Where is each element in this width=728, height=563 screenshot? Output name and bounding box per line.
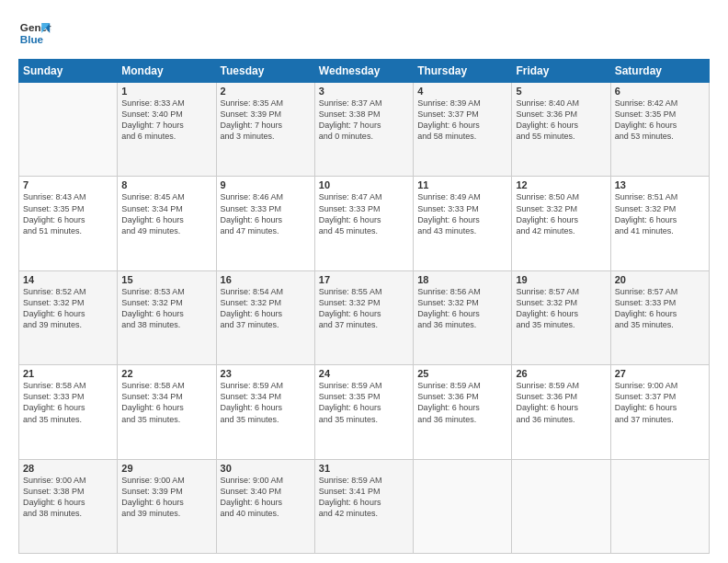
day-detail: Sunrise: 8:47 AM Sunset: 3:33 PM Dayligh… bbox=[319, 191, 409, 236]
day-detail: Sunrise: 8:59 AM Sunset: 3:36 PM Dayligh… bbox=[516, 380, 606, 425]
day-number: 26 bbox=[516, 368, 606, 379]
calendar-cell: 7Sunrise: 8:43 AM Sunset: 3:35 PM Daylig… bbox=[19, 177, 118, 270]
calendar-cell: 24Sunrise: 8:59 AM Sunset: 3:35 PM Dayli… bbox=[314, 365, 413, 459]
calendar-cell: 23Sunrise: 8:59 AM Sunset: 3:34 PM Dayli… bbox=[216, 365, 314, 459]
day-number: 3 bbox=[319, 86, 409, 97]
calendar-cell: 10Sunrise: 8:47 AM Sunset: 3:33 PM Dayli… bbox=[314, 177, 413, 270]
day-number: 23 bbox=[221, 368, 311, 379]
day-number: 27 bbox=[615, 368, 705, 379]
day-detail: Sunrise: 8:56 AM Sunset: 3:32 PM Dayligh… bbox=[417, 286, 507, 331]
day-detail: Sunrise: 8:49 AM Sunset: 3:33 PM Dayligh… bbox=[417, 191, 507, 236]
calendar-cell: 19Sunrise: 8:57 AM Sunset: 3:32 PM Dayli… bbox=[512, 270, 610, 364]
day-number: 9 bbox=[221, 179, 311, 190]
calendar-cell: 6Sunrise: 8:42 AM Sunset: 3:35 PM Daylig… bbox=[610, 83, 709, 177]
day-detail: Sunrise: 9:00 AM Sunset: 3:40 PM Dayligh… bbox=[221, 475, 311, 520]
calendar-cell: 20Sunrise: 8:57 AM Sunset: 3:33 PM Dayli… bbox=[610, 270, 709, 364]
logo: General Blue bbox=[18, 17, 51, 50]
day-detail: Sunrise: 8:51 AM Sunset: 3:32 PM Dayligh… bbox=[615, 191, 705, 236]
day-detail: Sunrise: 8:46 AM Sunset: 3:33 PM Dayligh… bbox=[221, 191, 311, 236]
calendar-cell bbox=[512, 459, 610, 553]
weekday-header: Monday bbox=[118, 60, 216, 83]
day-detail: Sunrise: 8:50 AM Sunset: 3:32 PM Dayligh… bbox=[516, 191, 606, 236]
day-number: 7 bbox=[23, 179, 113, 190]
weekday-header: Sunday bbox=[19, 60, 118, 83]
day-number: 13 bbox=[615, 179, 705, 190]
svg-text:Blue: Blue bbox=[20, 33, 44, 45]
calendar-cell: 9Sunrise: 8:46 AM Sunset: 3:33 PM Daylig… bbox=[216, 177, 314, 270]
day-number: 29 bbox=[121, 463, 211, 474]
day-number: 19 bbox=[516, 274, 606, 285]
day-detail: Sunrise: 8:53 AM Sunset: 3:32 PM Dayligh… bbox=[121, 286, 211, 331]
day-number: 11 bbox=[417, 179, 507, 190]
weekday-header: Thursday bbox=[414, 60, 512, 83]
day-detail: Sunrise: 8:45 AM Sunset: 3:34 PM Dayligh… bbox=[121, 191, 211, 236]
day-number: 12 bbox=[516, 179, 606, 190]
day-detail: Sunrise: 9:00 AM Sunset: 3:39 PM Dayligh… bbox=[121, 475, 211, 520]
calendar-cell: 1Sunrise: 8:33 AM Sunset: 3:40 PM Daylig… bbox=[118, 83, 216, 177]
day-detail: Sunrise: 8:43 AM Sunset: 3:35 PM Dayligh… bbox=[23, 191, 113, 236]
day-number: 5 bbox=[516, 86, 606, 97]
calendar-cell: 28Sunrise: 9:00 AM Sunset: 3:38 PM Dayli… bbox=[19, 459, 118, 553]
calendar-header-row: SundayMondayTuesdayWednesdayThursdayFrid… bbox=[19, 60, 710, 83]
day-detail: Sunrise: 8:58 AM Sunset: 3:34 PM Dayligh… bbox=[121, 380, 211, 425]
calendar-week-row: 14Sunrise: 8:52 AM Sunset: 3:32 PM Dayli… bbox=[19, 270, 710, 364]
day-number: 22 bbox=[121, 368, 211, 379]
calendar-page: General Blue SundayMondayTuesdayWednesda… bbox=[0, 0, 728, 563]
day-detail: Sunrise: 8:54 AM Sunset: 3:32 PM Dayligh… bbox=[221, 286, 311, 331]
day-detail: Sunrise: 8:40 AM Sunset: 3:36 PM Dayligh… bbox=[516, 98, 606, 143]
calendar-cell: 30Sunrise: 9:00 AM Sunset: 3:40 PM Dayli… bbox=[216, 459, 314, 553]
calendar-cell bbox=[414, 459, 512, 553]
calendar-week-row: 7Sunrise: 8:43 AM Sunset: 3:35 PM Daylig… bbox=[19, 177, 710, 270]
header: General Blue bbox=[18, 17, 710, 50]
day-detail: Sunrise: 8:55 AM Sunset: 3:32 PM Dayligh… bbox=[319, 286, 409, 331]
day-number: 16 bbox=[221, 274, 311, 285]
calendar-week-row: 1Sunrise: 8:33 AM Sunset: 3:40 PM Daylig… bbox=[19, 83, 710, 177]
day-detail: Sunrise: 8:52 AM Sunset: 3:32 PM Dayligh… bbox=[23, 286, 113, 331]
day-number: 24 bbox=[319, 368, 409, 379]
calendar-cell bbox=[19, 83, 118, 177]
calendar-cell: 14Sunrise: 8:52 AM Sunset: 3:32 PM Dayli… bbox=[19, 270, 118, 364]
calendar-cell: 18Sunrise: 8:56 AM Sunset: 3:32 PM Dayli… bbox=[414, 270, 512, 364]
calendar-week-row: 28Sunrise: 9:00 AM Sunset: 3:38 PM Dayli… bbox=[19, 459, 710, 553]
day-detail: Sunrise: 9:00 AM Sunset: 3:37 PM Dayligh… bbox=[615, 380, 705, 425]
day-detail: Sunrise: 8:57 AM Sunset: 3:32 PM Dayligh… bbox=[516, 286, 606, 331]
calendar-cell: 29Sunrise: 9:00 AM Sunset: 3:39 PM Dayli… bbox=[118, 459, 216, 553]
weekday-header: Saturday bbox=[610, 60, 709, 83]
day-number: 21 bbox=[23, 368, 113, 379]
day-number: 18 bbox=[417, 274, 507, 285]
calendar-cell: 8Sunrise: 8:45 AM Sunset: 3:34 PM Daylig… bbox=[118, 177, 216, 270]
calendar-cell: 12Sunrise: 8:50 AM Sunset: 3:32 PM Dayli… bbox=[512, 177, 610, 270]
calendar-cell: 2Sunrise: 8:35 AM Sunset: 3:39 PM Daylig… bbox=[216, 83, 314, 177]
day-detail: Sunrise: 9:00 AM Sunset: 3:38 PM Dayligh… bbox=[23, 475, 113, 520]
calendar-cell: 3Sunrise: 8:37 AM Sunset: 3:38 PM Daylig… bbox=[314, 83, 413, 177]
day-number: 28 bbox=[23, 463, 113, 474]
calendar-cell: 5Sunrise: 8:40 AM Sunset: 3:36 PM Daylig… bbox=[512, 83, 610, 177]
day-number: 8 bbox=[121, 179, 211, 190]
calendar-table: SundayMondayTuesdayWednesdayThursdayFrid… bbox=[18, 59, 710, 554]
calendar-cell: 22Sunrise: 8:58 AM Sunset: 3:34 PM Dayli… bbox=[118, 365, 216, 459]
day-detail: Sunrise: 8:58 AM Sunset: 3:33 PM Dayligh… bbox=[23, 380, 113, 425]
day-number: 10 bbox=[319, 179, 409, 190]
weekday-header: Friday bbox=[512, 60, 610, 83]
logo-icon: General Blue bbox=[18, 17, 51, 50]
weekday-header: Wednesday bbox=[314, 60, 413, 83]
day-detail: Sunrise: 8:57 AM Sunset: 3:33 PM Dayligh… bbox=[615, 286, 705, 331]
day-number: 4 bbox=[417, 86, 507, 97]
calendar-cell: 31Sunrise: 8:59 AM Sunset: 3:41 PM Dayli… bbox=[314, 459, 413, 553]
day-number: 2 bbox=[221, 86, 311, 97]
calendar-cell: 16Sunrise: 8:54 AM Sunset: 3:32 PM Dayli… bbox=[216, 270, 314, 364]
calendar-cell: 17Sunrise: 8:55 AM Sunset: 3:32 PM Dayli… bbox=[314, 270, 413, 364]
day-detail: Sunrise: 8:59 AM Sunset: 3:35 PM Dayligh… bbox=[319, 380, 409, 425]
calendar-cell: 27Sunrise: 9:00 AM Sunset: 3:37 PM Dayli… bbox=[610, 365, 709, 459]
calendar-cell: 25Sunrise: 8:59 AM Sunset: 3:36 PM Dayli… bbox=[414, 365, 512, 459]
calendar-cell: 4Sunrise: 8:39 AM Sunset: 3:37 PM Daylig… bbox=[414, 83, 512, 177]
calendar-cell: 21Sunrise: 8:58 AM Sunset: 3:33 PM Dayli… bbox=[19, 365, 118, 459]
day-number: 20 bbox=[615, 274, 705, 285]
day-detail: Sunrise: 8:59 AM Sunset: 3:41 PM Dayligh… bbox=[319, 475, 409, 520]
day-detail: Sunrise: 8:59 AM Sunset: 3:34 PM Dayligh… bbox=[221, 380, 311, 425]
day-number: 14 bbox=[23, 274, 113, 285]
calendar-cell: 26Sunrise: 8:59 AM Sunset: 3:36 PM Dayli… bbox=[512, 365, 610, 459]
weekday-header: Tuesday bbox=[216, 60, 314, 83]
day-detail: Sunrise: 8:42 AM Sunset: 3:35 PM Dayligh… bbox=[615, 98, 705, 143]
calendar-cell: 15Sunrise: 8:53 AM Sunset: 3:32 PM Dayli… bbox=[118, 270, 216, 364]
